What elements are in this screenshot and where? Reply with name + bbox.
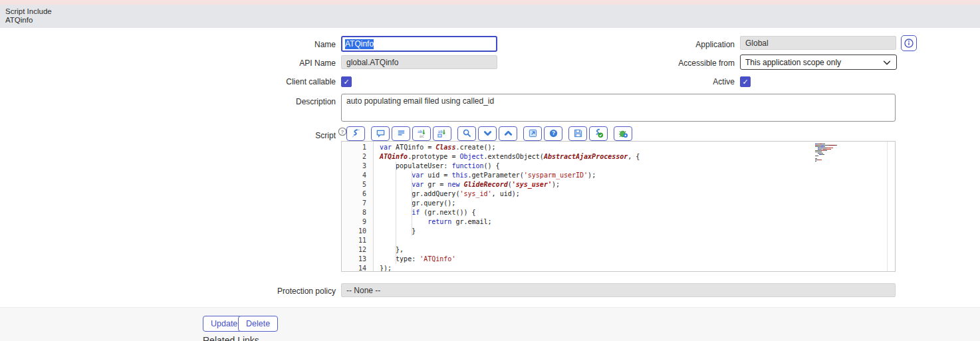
line-number: 9 bbox=[342, 217, 373, 227]
debugger-button[interactable] bbox=[614, 126, 632, 141]
line-number: 13 bbox=[342, 255, 373, 264]
search-icon bbox=[462, 128, 472, 138]
code-line: type: 'ATQinfo' bbox=[380, 255, 895, 264]
help-icon: ? bbox=[549, 128, 558, 138]
name-input[interactable]: ATQinfo bbox=[341, 36, 497, 52]
notification-strip bbox=[0, 0, 980, 5]
search-button[interactable] bbox=[457, 126, 476, 141]
form-header: Script Include ATQinfo bbox=[0, 5, 980, 28]
accessible-from-value: This application scope only bbox=[745, 58, 841, 67]
debug-icon bbox=[618, 128, 628, 138]
indent-guide bbox=[396, 162, 396, 264]
accessible-from-select[interactable]: This application scope only bbox=[740, 55, 897, 70]
line-number: 12 bbox=[342, 245, 373, 255]
active-checkbox[interactable]: ✓ bbox=[740, 76, 751, 87]
svg-text:ac: ac bbox=[419, 134, 424, 138]
code-line: return gr.email; bbox=[380, 217, 895, 227]
syntax-editor-icon bbox=[351, 128, 361, 138]
line-number: 8 bbox=[342, 208, 373, 217]
save-button[interactable] bbox=[568, 126, 587, 141]
api-name-field: global.ATQinfo bbox=[341, 55, 497, 69]
line-number: 5 bbox=[342, 180, 373, 189]
code-line: }); bbox=[380, 264, 895, 272]
line-number: 7 bbox=[342, 199, 373, 208]
accessible-from-label: Accessible from bbox=[585, 58, 735, 68]
line-number: 6 bbox=[342, 189, 373, 199]
code-line: } bbox=[380, 227, 895, 236]
code-line: gr.addQuery('sys_id', uid); bbox=[380, 189, 895, 199]
api-name-label: API Name bbox=[0, 58, 336, 68]
replace-all-button[interactable]: ab bbox=[433, 126, 451, 141]
name-label: Name bbox=[0, 40, 336, 49]
chevron-down-icon bbox=[483, 128, 493, 138]
toolbar-group: abacab bbox=[371, 126, 451, 141]
protection-policy-field: -- None -- bbox=[341, 283, 896, 297]
client-callable-checkbox[interactable]: ✓ bbox=[341, 76, 352, 87]
application-info-button[interactable] bbox=[901, 35, 917, 51]
svg-text:?: ? bbox=[551, 130, 554, 136]
active-label: Active bbox=[585, 77, 735, 86]
chevron-down-icon bbox=[882, 58, 892, 67]
description-textarea[interactable]: auto populating email filed using called… bbox=[341, 94, 896, 122]
line-number: 3 bbox=[342, 162, 373, 171]
line-number: 11 bbox=[342, 236, 373, 245]
record-type-label: Script Include bbox=[5, 7, 980, 16]
api-name-value: global.ATQinfo bbox=[346, 58, 399, 67]
info-icon bbox=[904, 38, 914, 49]
code-line bbox=[380, 236, 895, 245]
syntax-check-icon bbox=[594, 128, 604, 138]
protection-policy-value: -- None -- bbox=[346, 286, 380, 295]
code-line: }, bbox=[380, 245, 895, 255]
application-field: Global bbox=[740, 36, 896, 50]
code-line: gr.query(); bbox=[380, 199, 895, 208]
save-icon bbox=[573, 128, 583, 138]
delete-button[interactable]: Delete bbox=[238, 316, 278, 332]
script-field-help-icon[interactable]: ? bbox=[338, 127, 347, 136]
fullscreen-button[interactable] bbox=[523, 126, 542, 141]
popout-icon bbox=[528, 128, 538, 138]
protection-policy-label: Protection policy bbox=[0, 286, 336, 296]
form-footer: Update Delete Related Links bbox=[0, 307, 980, 341]
line-number: 4 bbox=[342, 171, 373, 180]
name-input-value: ATQinfo bbox=[345, 39, 374, 49]
record-name-label: ATQinfo bbox=[5, 16, 980, 25]
line-number: 2 bbox=[342, 152, 373, 162]
toggle-syntax-editor-button[interactable] bbox=[346, 126, 365, 141]
description-label: Description bbox=[0, 97, 336, 106]
editor-gutter: 1234567891011121314 bbox=[342, 142, 374, 271]
syntax-check-button[interactable] bbox=[589, 126, 608, 141]
comment-icon bbox=[376, 128, 386, 138]
svg-text:ab: ab bbox=[437, 129, 443, 134]
line-number: 10 bbox=[342, 227, 373, 236]
comment-code-button[interactable] bbox=[371, 126, 390, 141]
toolbar-group bbox=[568, 126, 608, 141]
script-toolbar: abacab? bbox=[346, 126, 632, 141]
svg-text:?: ? bbox=[341, 129, 344, 135]
svg-text:ab: ab bbox=[417, 129, 422, 134]
chevron-up-icon bbox=[503, 128, 513, 138]
application-value: Global bbox=[745, 39, 769, 48]
editor-help-button[interactable]: ? bbox=[544, 126, 562, 141]
toolbar-group bbox=[346, 126, 365, 141]
related-links-heading: Related Links bbox=[203, 335, 259, 341]
replace-button[interactable]: abac bbox=[412, 126, 431, 141]
replace-all-icon: ab bbox=[437, 128, 447, 138]
code-line: populateUser: function() { bbox=[380, 162, 895, 171]
script-label: Script bbox=[0, 131, 336, 140]
format-code-button[interactable] bbox=[392, 126, 410, 141]
format-lines-icon bbox=[396, 128, 406, 138]
toolbar-group bbox=[614, 126, 632, 141]
code-line: var gr = new GlideRecord('sys_user'); bbox=[380, 180, 895, 189]
application-label: Application bbox=[585, 40, 735, 49]
toolbar-group: ? bbox=[523, 126, 562, 141]
code-line: var uid = this.getParameter('sysparm_use… bbox=[380, 171, 895, 180]
find-next-button[interactable] bbox=[478, 126, 497, 141]
find-previous-button[interactable] bbox=[499, 126, 517, 141]
line-number: 1 bbox=[342, 143, 373, 152]
client-callable-label: Client callable bbox=[0, 77, 336, 86]
code-line: if (gr.next()) { bbox=[380, 208, 895, 217]
editor-minimap bbox=[815, 144, 843, 162]
editor-scrollbar[interactable] bbox=[887, 142, 888, 271]
toolbar-group bbox=[457, 126, 517, 141]
script-editor: 1234567891011121314 var ATQinfo = Class.… bbox=[341, 141, 896, 272]
